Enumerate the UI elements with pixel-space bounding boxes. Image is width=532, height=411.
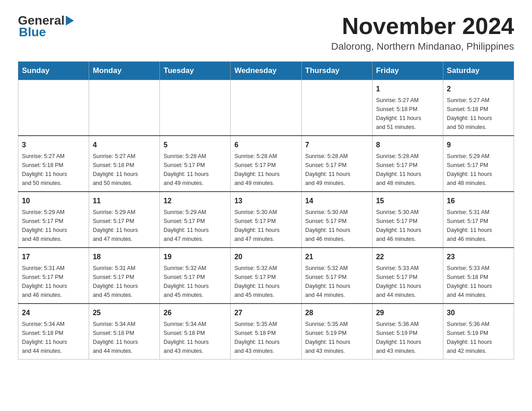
calendar-week-row: 10Sunrise: 5:29 AMSunset: 5:17 PMDayligh…	[18, 192, 514, 248]
sun-info: Sunrise: 5:29 AMSunset: 5:17 PMDaylight:…	[163, 208, 227, 244]
calendar-cell: 25Sunrise: 5:34 AMSunset: 5:18 PMDayligh…	[89, 304, 160, 360]
sun-info: Sunrise: 5:31 AMSunset: 5:17 PMDaylight:…	[22, 264, 85, 300]
day-number: 21	[305, 252, 369, 262]
calendar-cell: 29Sunrise: 5:36 AMSunset: 5:19 PMDayligh…	[372, 304, 443, 360]
calendar-cell: 15Sunrise: 5:30 AMSunset: 5:17 PMDayligh…	[372, 192, 443, 248]
day-number: 18	[93, 252, 156, 262]
calendar-cell: 28Sunrise: 5:35 AMSunset: 5:19 PMDayligh…	[301, 304, 372, 360]
logo: General Blue	[18, 13, 74, 39]
calendar-cell: 3Sunrise: 5:27 AMSunset: 5:18 PMDaylight…	[18, 136, 89, 192]
day-number: 4	[93, 140, 156, 150]
sun-info: Sunrise: 5:35 AMSunset: 5:19 PMDaylight:…	[305, 320, 369, 355]
sun-info: Sunrise: 5:32 AMSunset: 5:17 PMDaylight:…	[234, 264, 297, 300]
sun-info: Sunrise: 5:28 AMSunset: 5:17 PMDaylight:…	[234, 152, 297, 188]
day-header-saturday: Saturday	[443, 62, 514, 80]
sun-info: Sunrise: 5:32 AMSunset: 5:17 PMDaylight:…	[163, 264, 227, 300]
sun-info: Sunrise: 5:34 AMSunset: 5:18 PMDaylight:…	[163, 320, 227, 355]
day-number: 9	[447, 140, 510, 150]
day-header-sunday: Sunday	[18, 62, 89, 80]
sun-info: Sunrise: 5:33 AMSunset: 5:17 PMDaylight:…	[376, 264, 439, 300]
day-number: 25	[93, 308, 156, 318]
day-number: 15	[376, 196, 439, 206]
sun-info: Sunrise: 5:29 AMSunset: 5:17 PMDaylight:…	[22, 208, 85, 244]
day-number: 13	[234, 196, 297, 206]
calendar-header-row: SundayMondayTuesdayWednesdayThursdayFrid…	[18, 62, 514, 80]
sun-info: Sunrise: 5:34 AMSunset: 5:18 PMDaylight:…	[93, 320, 156, 355]
calendar-cell: 11Sunrise: 5:29 AMSunset: 5:17 PMDayligh…	[89, 192, 160, 248]
sun-info: Sunrise: 5:35 AMSunset: 5:18 PMDaylight:…	[234, 320, 297, 355]
calendar-cell: 26Sunrise: 5:34 AMSunset: 5:18 PMDayligh…	[160, 304, 231, 360]
calendar-cell: 21Sunrise: 5:32 AMSunset: 5:17 PMDayligh…	[301, 248, 372, 304]
day-number: 27	[234, 308, 297, 318]
sun-info: Sunrise: 5:34 AMSunset: 5:18 PMDaylight:…	[22, 320, 85, 355]
sun-info: Sunrise: 5:27 AMSunset: 5:18 PMDaylight:…	[22, 152, 85, 188]
day-number: 26	[163, 308, 227, 318]
day-number: 10	[22, 196, 85, 206]
calendar-cell: 6Sunrise: 5:28 AMSunset: 5:17 PMDaylight…	[231, 136, 301, 192]
calendar-cell	[18, 80, 89, 136]
calendar-cell: 13Sunrise: 5:30 AMSunset: 5:17 PMDayligh…	[231, 192, 301, 248]
calendar-cell: 14Sunrise: 5:30 AMSunset: 5:17 PMDayligh…	[301, 192, 372, 248]
calendar-week-row: 3Sunrise: 5:27 AMSunset: 5:18 PMDaylight…	[18, 136, 514, 192]
calendar-cell	[231, 80, 301, 136]
sun-info: Sunrise: 5:28 AMSunset: 5:17 PMDaylight:…	[305, 152, 369, 188]
calendar-cell: 17Sunrise: 5:31 AMSunset: 5:17 PMDayligh…	[18, 248, 89, 304]
day-number: 20	[234, 252, 297, 262]
calendar-cell: 16Sunrise: 5:31 AMSunset: 5:17 PMDayligh…	[443, 192, 514, 248]
calendar-cell: 20Sunrise: 5:32 AMSunset: 5:17 PMDayligh…	[231, 248, 301, 304]
calendar-week-row: 24Sunrise: 5:34 AMSunset: 5:18 PMDayligh…	[18, 304, 514, 360]
day-header-tuesday: Tuesday	[160, 62, 231, 80]
calendar-cell: 19Sunrise: 5:32 AMSunset: 5:17 PMDayligh…	[160, 248, 231, 304]
calendar-cell: 2Sunrise: 5:27 AMSunset: 5:18 PMDaylight…	[443, 80, 514, 136]
sun-info: Sunrise: 5:27 AMSunset: 5:18 PMDaylight:…	[447, 96, 510, 132]
calendar-cell: 5Sunrise: 5:28 AMSunset: 5:17 PMDaylight…	[160, 136, 231, 192]
sun-info: Sunrise: 5:28 AMSunset: 5:17 PMDaylight:…	[376, 152, 439, 188]
sun-info: Sunrise: 5:29 AMSunset: 5:17 PMDaylight:…	[447, 152, 510, 188]
sun-info: Sunrise: 5:31 AMSunset: 5:17 PMDaylight:…	[447, 208, 510, 244]
day-number: 11	[93, 196, 156, 206]
sun-info: Sunrise: 5:29 AMSunset: 5:17 PMDaylight:…	[93, 208, 156, 244]
day-number: 14	[305, 196, 369, 206]
day-number: 19	[163, 252, 227, 262]
sun-info: Sunrise: 5:36 AMSunset: 5:19 PMDaylight:…	[376, 320, 439, 355]
day-number: 5	[163, 140, 227, 150]
calendar-cell: 9Sunrise: 5:29 AMSunset: 5:17 PMDaylight…	[443, 136, 514, 192]
day-header-friday: Friday	[372, 62, 443, 80]
day-number: 29	[376, 308, 439, 318]
title-area: November 2024 Dalorong, Northern Mindana…	[331, 13, 514, 52]
sun-info: Sunrise: 5:32 AMSunset: 5:17 PMDaylight:…	[305, 264, 369, 300]
calendar-cell: 22Sunrise: 5:33 AMSunset: 5:17 PMDayligh…	[372, 248, 443, 304]
calendar-title: November 2024	[331, 13, 514, 39]
day-number: 28	[305, 308, 369, 318]
calendar-cell: 7Sunrise: 5:28 AMSunset: 5:17 PMDaylight…	[301, 136, 372, 192]
calendar-cell: 12Sunrise: 5:29 AMSunset: 5:17 PMDayligh…	[160, 192, 231, 248]
sun-info: Sunrise: 5:30 AMSunset: 5:17 PMDaylight:…	[234, 208, 297, 244]
calendar-cell	[89, 80, 160, 136]
day-number: 17	[22, 252, 85, 262]
day-number: 3	[22, 140, 85, 150]
sun-info: Sunrise: 5:30 AMSunset: 5:17 PMDaylight:…	[305, 208, 369, 244]
calendar-cell	[301, 80, 372, 136]
day-number: 16	[447, 196, 510, 206]
day-number: 1	[376, 84, 439, 94]
calendar-cell: 18Sunrise: 5:31 AMSunset: 5:17 PMDayligh…	[89, 248, 160, 304]
logo-triangle-icon	[66, 16, 74, 26]
calendar-week-row: 1Sunrise: 5:27 AMSunset: 5:18 PMDaylight…	[18, 80, 514, 136]
header: General Blue November 2024 Dalorong, Nor…	[18, 13, 514, 52]
calendar-table: SundayMondayTuesdayWednesdayThursdayFrid…	[18, 61, 514, 360]
sun-info: Sunrise: 5:31 AMSunset: 5:17 PMDaylight:…	[93, 264, 156, 300]
calendar-cell: 24Sunrise: 5:34 AMSunset: 5:18 PMDayligh…	[18, 304, 89, 360]
calendar-cell	[160, 80, 231, 136]
day-number: 2	[447, 84, 510, 94]
logo-blue-text: Blue	[18, 25, 74, 39]
calendar-cell: 8Sunrise: 5:28 AMSunset: 5:17 PMDaylight…	[372, 136, 443, 192]
sun-info: Sunrise: 5:28 AMSunset: 5:17 PMDaylight:…	[163, 152, 227, 188]
calendar-cell: 1Sunrise: 5:27 AMSunset: 5:18 PMDaylight…	[372, 80, 443, 136]
day-header-wednesday: Wednesday	[231, 62, 301, 80]
calendar-cell: 30Sunrise: 5:36 AMSunset: 5:19 PMDayligh…	[443, 304, 514, 360]
day-header-monday: Monday	[89, 62, 160, 80]
calendar-subtitle: Dalorong, Northern Mindanao, Philippines	[331, 41, 514, 52]
day-number: 30	[447, 308, 510, 318]
day-number: 12	[163, 196, 227, 206]
sun-info: Sunrise: 5:30 AMSunset: 5:17 PMDaylight:…	[376, 208, 439, 244]
